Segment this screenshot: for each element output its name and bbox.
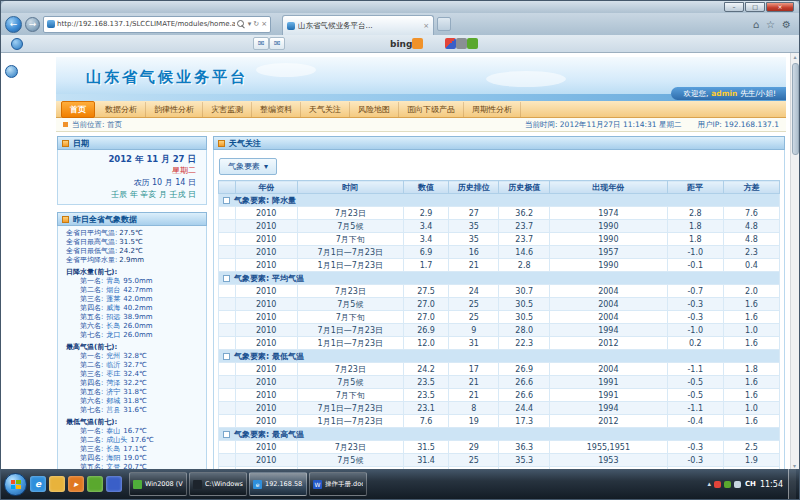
taskbar-media-player-icon[interactable]: ▸ bbox=[68, 476, 84, 492]
col-header-4[interactable]: 历史极值 bbox=[499, 181, 549, 194]
nav-item-1[interactable]: 数据分析 bbox=[97, 102, 146, 117]
nav-item-2[interactable]: 韵律性分析 bbox=[146, 102, 203, 117]
row-select-cell[interactable] bbox=[219, 298, 236, 311]
col-header-6[interactable]: 距平 bbox=[667, 181, 723, 194]
minimize-button[interactable]: – bbox=[724, 2, 744, 12]
table-row[interactable]: 20107月下旬23.52126.61991-0.51.6 bbox=[219, 389, 780, 402]
table-row[interactable]: 20101月1日—7月23日7.61917.32012-0.41.6 bbox=[219, 415, 780, 428]
stop-icon[interactable]: × bbox=[261, 20, 267, 28]
new-tab-button[interactable] bbox=[437, 17, 451, 31]
taskbar-clock[interactable]: 11:54 bbox=[760, 480, 783, 489]
update-icon[interactable] bbox=[724, 481, 731, 488]
col-header-1[interactable]: 时间 bbox=[297, 181, 404, 194]
station-link[interactable]: 成山头 bbox=[106, 436, 127, 444]
collapse-box-icon[interactable] bbox=[223, 353, 230, 360]
nav-item-5[interactable]: 天气关注 bbox=[301, 102, 350, 117]
taskbar-window-button-2[interactable]: e192.168.58.99... bbox=[249, 472, 307, 496]
row-select-cell[interactable] bbox=[219, 337, 236, 350]
station-link[interactable]: 蓬莱 bbox=[106, 295, 120, 303]
station-link[interactable]: 临沂 bbox=[106, 361, 120, 369]
station-link[interactable]: 海阳 bbox=[106, 454, 120, 462]
row-select-cell[interactable] bbox=[219, 220, 236, 233]
taskbar-folder-icon[interactable] bbox=[49, 476, 65, 492]
station-link[interactable]: 枣庄 bbox=[106, 370, 120, 378]
table-row[interactable]: 20107月23日31.52936.31955,1951-0.32.5 bbox=[219, 441, 780, 454]
row-select-cell[interactable] bbox=[219, 376, 236, 389]
scrollbar-thumb[interactable] bbox=[792, 63, 799, 155]
favorites-icon[interactable]: ☆ bbox=[766, 19, 775, 30]
col-header-7[interactable]: 方差 bbox=[723, 181, 779, 194]
table-row[interactable]: 20107月23日27.52430.72004-0.72.0 bbox=[219, 285, 780, 298]
nav-item-0[interactable]: 首页 bbox=[61, 101, 95, 118]
row-select-cell[interactable] bbox=[219, 389, 236, 402]
section-row[interactable]: 气象要素: 最高气温 bbox=[219, 428, 780, 441]
nav-item-8[interactable]: 周期性分析 bbox=[464, 102, 521, 117]
tray-expand-icon[interactable]: ▴ bbox=[707, 480, 711, 488]
mail-icon[interactable]: ✉ bbox=[253, 37, 269, 50]
forward-button[interactable]: → bbox=[25, 17, 40, 32]
col-header-3[interactable]: 历史排位 bbox=[448, 181, 498, 194]
station-link[interactable]: 济宁 bbox=[106, 388, 120, 396]
refresh-icon[interactable]: ↻ bbox=[253, 20, 259, 28]
row-select-cell[interactable] bbox=[219, 441, 236, 454]
taskbar-window-button-3[interactable]: W操作手册.docx... bbox=[309, 472, 367, 496]
station-link[interactable]: 烟台 bbox=[106, 286, 120, 294]
url-text[interactable]: http://192.168.137.1/SLCCLIMATE/modules/… bbox=[57, 20, 235, 28]
addon2-icon[interactable] bbox=[456, 38, 467, 49]
station-link[interactable]: 兖州 bbox=[106, 352, 120, 360]
station-link[interactable]: 龙口 bbox=[106, 331, 120, 339]
table-row[interactable]: 20107月下旬3.43523.719901.84.8 bbox=[219, 233, 780, 246]
table-row[interactable]: 20107月5候31.42535.31953-0.31.9 bbox=[219, 454, 780, 467]
station-link[interactable]: 长岛 bbox=[106, 322, 120, 330]
taskbar-app-blue-icon[interactable] bbox=[106, 476, 122, 492]
collapse-box-icon[interactable] bbox=[223, 275, 230, 282]
maximize-button[interactable]: □ bbox=[745, 2, 765, 12]
table-row[interactable]: 20101月1日—7月23日12.03122.320120.21.6 bbox=[219, 337, 780, 350]
table-row[interactable]: 20107月5候27.02530.52004-0.31.6 bbox=[219, 298, 780, 311]
start-button[interactable] bbox=[4, 473, 27, 496]
network-icon[interactable] bbox=[734, 481, 741, 488]
floating-assistant-icon[interactable] bbox=[5, 65, 18, 78]
address-bar[interactable]: http://192.168.137.1/SLCCLIMATE/modules/… bbox=[43, 16, 271, 33]
scroll-up-icon[interactable]: ▴ bbox=[793, 53, 796, 60]
bing-button-icon[interactable] bbox=[412, 38, 423, 49]
section-row[interactable]: 气象要素: 降水量 bbox=[219, 194, 780, 207]
taskbar-ie-icon[interactable]: e bbox=[30, 476, 46, 492]
row-select-cell[interactable] bbox=[219, 324, 236, 337]
nav-item-3[interactable]: 灾害监测 bbox=[203, 102, 252, 117]
col-header-0[interactable]: 年份 bbox=[235, 181, 297, 194]
assistant-logo-icon[interactable] bbox=[11, 38, 23, 50]
section-row[interactable]: 气象要素: 最低气温 bbox=[219, 350, 780, 363]
nav-item-6[interactable]: 风险地图 bbox=[350, 102, 399, 117]
language-indicator[interactable]: CH bbox=[745, 480, 756, 488]
vertical-scrollbar[interactable]: ▴ ▾ bbox=[790, 53, 799, 469]
tools-gear-icon[interactable]: ⚙ bbox=[782, 19, 791, 30]
collapse-box-icon[interactable] bbox=[223, 431, 230, 438]
addon1-icon[interactable] bbox=[445, 38, 456, 49]
col-header-5[interactable]: 出现年份 bbox=[549, 181, 667, 194]
row-select-cell[interactable] bbox=[219, 311, 236, 324]
table-row[interactable]: 20101月1日—7月23日1.7212.81990-0.10.4 bbox=[219, 259, 780, 272]
station-link[interactable]: 泰山 bbox=[106, 427, 120, 435]
security-icon[interactable] bbox=[714, 481, 721, 488]
row-select-cell[interactable] bbox=[219, 402, 236, 415]
table-row[interactable]: 20107月23日24.21726.92004-1.11.8 bbox=[219, 363, 780, 376]
table-row[interactable]: 20107月5候23.52126.61991-0.51.6 bbox=[219, 376, 780, 389]
row-select-cell[interactable] bbox=[219, 285, 236, 298]
table-row[interactable]: 20107月1日—7月23日26.9928.01994-1.01.0 bbox=[219, 324, 780, 337]
row-select-cell[interactable] bbox=[219, 259, 236, 272]
scroll-down-icon[interactable]: ▾ bbox=[793, 462, 796, 469]
row-select-cell[interactable] bbox=[219, 246, 236, 259]
station-link[interactable]: 郯城 bbox=[106, 397, 120, 405]
address-dropdown-icon[interactable]: ▾ bbox=[248, 20, 252, 28]
station-link[interactable]: 长岛 bbox=[106, 445, 120, 453]
search-icon[interactable] bbox=[237, 20, 246, 29]
station-link[interactable]: 菏泽 bbox=[106, 379, 120, 387]
nav-item-4[interactable]: 整编资料 bbox=[252, 102, 301, 117]
taskbar-window-button-0[interactable]: Win2008 (VS2... bbox=[129, 472, 187, 496]
row-select-cell[interactable] bbox=[219, 415, 236, 428]
taskbar-app-green-icon[interactable] bbox=[87, 476, 103, 492]
row-select-cell[interactable] bbox=[219, 454, 236, 467]
station-link[interactable]: 莒县 bbox=[106, 406, 120, 414]
section-row[interactable]: 气象要素: 平均气温 bbox=[219, 272, 780, 285]
